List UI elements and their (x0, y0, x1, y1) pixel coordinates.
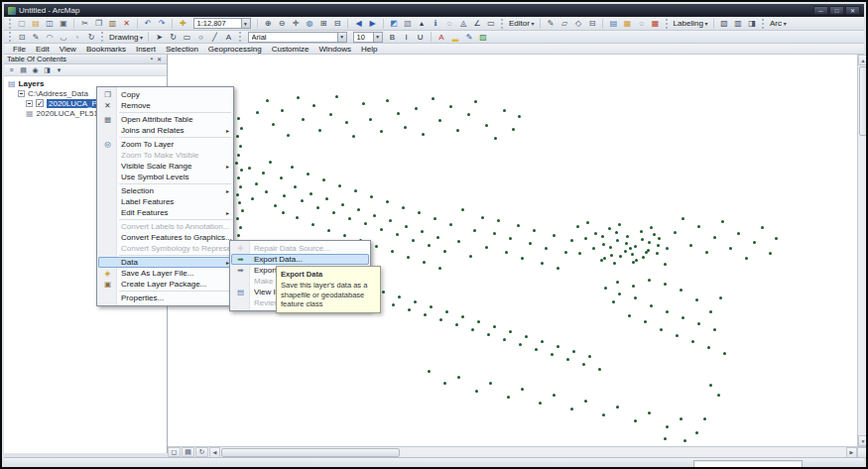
menu-item[interactable]: Convert Labels to Annotation... (98, 221, 232, 232)
menu-item[interactable]: Properties... (98, 293, 232, 303)
toc-window-icon[interactable]: ▤ (607, 18, 620, 30)
snapping-icon[interactable]: ⊡ (16, 31, 29, 43)
zoom-in-icon[interactable]: ⊕ (262, 18, 275, 30)
scroll-up-icon[interactable]: ▲ (858, 55, 868, 65)
toolbar-grip[interactable] (239, 32, 242, 42)
horizontal-scroll-thumb[interactable] (221, 448, 400, 457)
menu-item[interactable]: ◎ Zoom To Layer (98, 139, 232, 150)
toolbar-grip[interactable] (9, 19, 12, 29)
dropdown-caret-icon[interactable] (373, 33, 382, 42)
line-color-icon[interactable]: ✎ (463, 31, 476, 43)
arc-menu[interactable]: Arc (768, 19, 789, 28)
collapse-expander-icon[interactable] (18, 90, 25, 97)
italic-button[interactable]: I (400, 31, 413, 43)
menu-item[interactable]: ▦ Open Attribute Table (98, 114, 232, 125)
menubar-item[interactable]: Windows (313, 45, 355, 54)
menu-item[interactable]: ✕ Remove (98, 100, 232, 111)
toolbar-grip[interactable] (501, 19, 504, 29)
menubar-item[interactable]: Customize (267, 45, 314, 54)
underline-button[interactable]: U (414, 31, 427, 43)
open-icon[interactable]: ▤ (30, 18, 43, 30)
menubar-item[interactable]: File (8, 45, 31, 54)
html-popup-icon[interactable]: ▭ (485, 18, 498, 30)
menubar-item[interactable]: Edit (31, 45, 55, 54)
bold-button[interactable]: B (386, 31, 399, 43)
menubar-item[interactable]: Geoprocessing (203, 45, 267, 54)
sketch-tool-icon[interactable]: ✎ (30, 31, 43, 43)
rotate-tool-icon[interactable]: ↻ (85, 31, 98, 43)
select-elements-icon[interactable]: ▴ (416, 18, 429, 30)
toolbar-grip[interactable] (666, 19, 669, 29)
collapse-expander-icon[interactable] (26, 100, 33, 107)
menu-item[interactable]: Visible Scale Range (98, 161, 232, 172)
catalog-window-icon[interactable]: ▦ (621, 18, 634, 30)
fill-color-icon[interactable]: ▨ (477, 31, 490, 43)
menu-item[interactable]: ❐ Copy (98, 89, 232, 100)
attributes-icon[interactable]: ⊟ (586, 18, 599, 30)
text-tool-icon[interactable]: A (222, 31, 235, 43)
select-elements-arrow-icon[interactable]: ➤ (153, 31, 166, 43)
fixed-zoom-out-icon[interactable]: ⊟ (331, 18, 344, 30)
menu-item[interactable]: ▣ Create Layer Package... (98, 279, 232, 290)
redo-icon[interactable]: ↷ (156, 18, 169, 30)
scroll-down-icon[interactable]: ▼ (858, 435, 868, 446)
toolbar-grip[interactable] (762, 19, 765, 29)
cut-icon[interactable]: ✂ (78, 18, 91, 30)
new-map-icon[interactable]: ▢ (16, 18, 29, 30)
menu-item[interactable]: Label Features (98, 196, 232, 207)
delete-icon[interactable]: ✕ (120, 18, 133, 30)
scroll-right-icon[interactable]: ▶ (846, 447, 857, 458)
editor-pencil-icon[interactable]: ✎ (545, 18, 558, 30)
menu-item[interactable]: ◈ Save As Layer File... (98, 268, 232, 279)
vertical-scrollbar[interactable]: ▲ ▼ (857, 55, 868, 446)
dropdown-caret-icon[interactable] (337, 33, 346, 42)
rectangle-tool-icon[interactable]: ▭ (181, 31, 193, 43)
list-by-visibility-icon[interactable]: ◉ (30, 65, 41, 75)
list-by-selection-icon[interactable]: ◨ (42, 65, 53, 75)
menu-item[interactable]: Convert Symbology to Representation... (98, 243, 232, 254)
paste-icon[interactable]: ▥ (106, 18, 119, 30)
clear-selection-icon[interactable]: ▧ (402, 18, 415, 30)
full-extent-icon[interactable]: ◍ (304, 18, 316, 30)
search-window-icon[interactable]: ◌ (635, 18, 648, 30)
minimize-button[interactable]: ─ (813, 6, 828, 15)
menubar-item[interactable]: Selection (161, 45, 203, 54)
list-by-drawing-order-icon[interactable]: ≡ (6, 65, 17, 75)
measure-icon[interactable]: ∠ (471, 18, 484, 30)
menu-item[interactable]: Zoom To Make Visible (98, 150, 232, 161)
add-data-icon[interactable]: ✚ (177, 18, 189, 30)
edit-vertices-icon[interactable]: ▱ (558, 18, 571, 30)
editor-menu[interactable]: Editor (507, 19, 537, 28)
drawing-menu[interactable]: Drawing (107, 33, 145, 42)
go-to-xy-icon[interactable]: ◬ (457, 18, 470, 30)
label-weight-icon[interactable]: ◨ (746, 18, 759, 30)
create-features-icon[interactable]: ◇ (572, 18, 585, 30)
highlight-color-icon[interactable]: ▂ (449, 31, 462, 43)
identify-icon[interactable]: ℹ (430, 18, 442, 30)
maximize-button[interactable]: □ (829, 6, 844, 15)
toolbar-grip[interactable] (9, 32, 12, 42)
menu-item[interactable]: Use Symbol Levels (98, 172, 232, 182)
data-view-icon[interactable]: ◻ (168, 447, 181, 457)
find-icon[interactable]: ◌ (443, 18, 456, 30)
menubar-item[interactable]: Help (356, 45, 382, 54)
refresh-view-icon[interactable]: ↻ (195, 447, 208, 457)
menu-item[interactable]: Data (98, 257, 232, 268)
undo-icon[interactable]: ↶ (142, 18, 155, 30)
scroll-left-icon[interactable]: ◀ (209, 447, 220, 458)
menubar-item[interactable]: View (55, 45, 81, 54)
font-size-combo[interactable]: 10 (353, 32, 383, 43)
endpoint-arc-icon[interactable]: ◡ (58, 31, 70, 43)
submenu-item[interactable]: ✚ Repair Data Source... (231, 243, 369, 254)
circle-tool-icon[interactable]: ○ (194, 31, 207, 43)
menubar-item[interactable]: Bookmarks (81, 45, 131, 54)
midpoint-tool-icon[interactable]: ◦ (71, 31, 84, 43)
horizontal-scrollbar[interactable]: ◻▤↻ ◀ ▶ (168, 446, 868, 457)
close-button[interactable]: ✕ (845, 6, 860, 15)
dropdown-caret-icon[interactable] (241, 19, 250, 28)
save-icon[interactable]: ◫ (44, 18, 57, 30)
arctoolbox-icon[interactable]: ▦ (649, 18, 662, 30)
layout-view-icon[interactable]: ▤ (182, 447, 194, 457)
layer-visibility-checkbox[interactable] (36, 99, 44, 107)
font-family-combo[interactable]: Arial (248, 32, 347, 43)
